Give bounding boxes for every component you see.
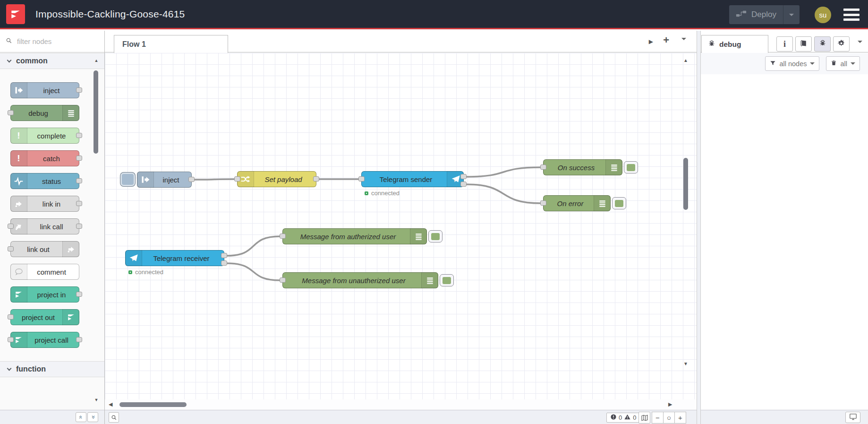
config-sidebar-button[interactable] xyxy=(833,36,850,52)
palette-node-list-function: ƒfunction xyxy=(0,377,104,388)
node-set_payload[interactable]: Set payload xyxy=(237,171,316,187)
palette-scrollbar-thumb[interactable] xyxy=(94,70,98,154)
zoom-reset-button[interactable]: ○ xyxy=(663,412,675,424)
output-port[interactable] xyxy=(76,87,82,93)
debug-clear-button[interactable]: all xyxy=(826,56,860,71)
add-flow-button[interactable]: + xyxy=(663,34,669,46)
input-port[interactable] xyxy=(8,224,14,229)
input-port[interactable] xyxy=(540,200,546,206)
input-port[interactable] xyxy=(358,176,365,182)
node-on_error[interactable]: On error xyxy=(543,195,611,211)
input-port[interactable] xyxy=(8,246,14,251)
zoom-in-button[interactable]: + xyxy=(674,412,686,424)
sidebar-splitter[interactable] xyxy=(697,31,701,424)
output-port[interactable] xyxy=(76,178,82,183)
wire-telegram_sender-to-on_error[interactable] xyxy=(466,184,541,203)
palette-node-label: project call xyxy=(28,332,75,347)
palette-node-link-call[interactable]: link call xyxy=(10,218,79,234)
palette-node-label: link out xyxy=(15,242,62,257)
wire-telegram_sender-to-on_success[interactable] xyxy=(466,167,541,177)
palette-scroll-down-arrow[interactable]: ▼ xyxy=(93,398,100,402)
next-tab-button[interactable]: ▶ xyxy=(649,38,653,45)
node-msg_unauth[interactable]: Message from unautherized user xyxy=(282,272,438,288)
output-port[interactable] xyxy=(76,337,82,342)
canvas-scroll-down-arrow[interactable]: ▼ xyxy=(682,361,689,366)
output-port[interactable] xyxy=(221,253,227,258)
canvas-hscrollbar-thumb[interactable] xyxy=(119,402,187,407)
notifications-badge[interactable]: 0 0 xyxy=(606,413,640,423)
wire-telegram_receiver-to-msg_auth[interactable] xyxy=(227,236,280,256)
debug-toggle-button[interactable] xyxy=(624,161,638,173)
debug-toggle-button[interactable] xyxy=(440,274,454,286)
palette-node-project-call[interactable]: project call xyxy=(10,332,79,348)
debug-filter-button[interactable]: all nodes xyxy=(765,56,819,71)
output-port[interactable] xyxy=(76,224,82,229)
output-port[interactable] xyxy=(460,182,467,187)
debug-sidebar-button[interactable] xyxy=(814,36,831,52)
node-telegram_sender[interactable]: Telegram senderconnected xyxy=(361,171,464,187)
input-port[interactable] xyxy=(8,110,14,115)
canvas-vscrollbar-thumb[interactable] xyxy=(683,158,688,210)
flow-list-caret[interactable] xyxy=(681,40,686,47)
output-port[interactable] xyxy=(460,174,467,179)
debug-toggle-button[interactable] xyxy=(428,230,443,242)
palette-section-header-common[interactable]: common xyxy=(0,53,104,69)
sidebar-tabs-caret[interactable] xyxy=(858,43,862,52)
palette-node-status[interactable]: status xyxy=(10,173,79,189)
open-debug-window-button[interactable] xyxy=(845,412,860,423)
inject-trigger-button[interactable] xyxy=(120,172,136,187)
input-port[interactable] xyxy=(280,277,286,283)
debug-tab-label: debug xyxy=(719,40,741,49)
output-port[interactable] xyxy=(188,177,195,182)
canvas-scroll-right-arrow[interactable]: ▶ xyxy=(668,401,672,407)
flow-canvas[interactable]: ▲ ▼ injectSet payloadTelegram senderconn… xyxy=(105,53,697,399)
zoom-out-button[interactable]: − xyxy=(652,412,664,424)
node-telegram_receiver[interactable]: Telegram receiverconnected xyxy=(125,250,224,266)
canvas-scroll-left-arrow[interactable]: ◀ xyxy=(109,401,112,407)
input-port[interactable] xyxy=(8,337,14,342)
palette-section-header-function[interactable]: function xyxy=(0,361,104,377)
output-port[interactable] xyxy=(76,201,82,206)
wire-telegram_receiver-to-msg_unauth[interactable] xyxy=(227,263,280,280)
output-port[interactable] xyxy=(76,292,82,297)
palette-node-project-in[interactable]: project in xyxy=(10,286,79,303)
input-port[interactable] xyxy=(234,176,240,182)
info-sidebar-button[interactable]: i xyxy=(776,36,793,52)
collapse-categories-button[interactable]: « xyxy=(76,412,86,422)
main-menu-button[interactable] xyxy=(843,9,859,21)
palette-filter-input[interactable] xyxy=(16,37,112,46)
node-msg_auth[interactable]: Message from autherized user xyxy=(282,228,427,244)
output-port[interactable] xyxy=(221,260,227,266)
output-port[interactable] xyxy=(76,133,82,138)
tab-flow-1[interactable]: Flow 1 xyxy=(114,35,228,53)
palette-node-label: link in xyxy=(28,196,75,211)
expand-categories-button[interactable]: « xyxy=(87,412,98,422)
debug-toggle-button[interactable] xyxy=(612,197,626,209)
palette-node-catch[interactable]: !catch xyxy=(10,150,79,166)
deploy-button[interactable]: Deploy xyxy=(729,5,800,24)
input-port[interactable] xyxy=(280,234,286,239)
node-on_success[interactable]: On success xyxy=(543,159,622,175)
palette-node-project-out[interactable]: project out xyxy=(10,309,79,325)
wire-inject-to-set_payload[interactable] xyxy=(194,179,235,180)
input-port[interactable] xyxy=(540,164,546,170)
output-port[interactable] xyxy=(76,156,82,161)
input-port[interactable] xyxy=(8,314,14,320)
help-sidebar-button[interactable] xyxy=(795,36,812,52)
palette-node-complete[interactable]: !complete xyxy=(10,128,79,144)
search-flows-button[interactable] xyxy=(109,412,119,423)
node-inject[interactable]: inject xyxy=(137,172,192,188)
palette-node-link-in[interactable]: link in xyxy=(10,196,79,212)
deploy-options-caret[interactable] xyxy=(783,11,800,18)
canvas-hscrollbar[interactable]: ◀ ▶ xyxy=(105,399,697,410)
palette-node-debug[interactable]: debug xyxy=(10,105,79,121)
navigator-map-button[interactable] xyxy=(638,412,650,424)
palette-scroll-up-arrow[interactable]: ▲ xyxy=(93,58,100,63)
palette-node-comment[interactable]: comment xyxy=(10,264,79,280)
user-avatar[interactable]: su xyxy=(815,7,831,23)
output-port[interactable] xyxy=(313,176,319,182)
palette-node-link-out[interactable]: link out xyxy=(10,241,79,257)
palette-node-inject[interactable]: inject xyxy=(10,82,79,98)
canvas-scroll-up-arrow[interactable]: ▲ xyxy=(682,58,689,63)
tab-debug[interactable]: debug xyxy=(701,35,768,53)
